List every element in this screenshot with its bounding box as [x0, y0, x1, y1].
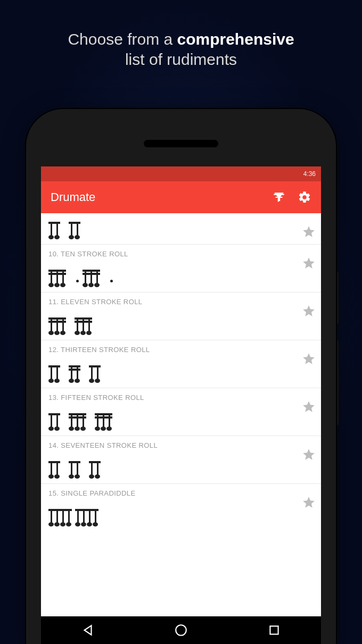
item-title: 14. SEVENTEEN STROKE ROLL	[48, 441, 314, 449]
item-title: 10. TEN STROKE ROLL	[48, 250, 314, 258]
filter-icon[interactable]	[272, 190, 286, 204]
rudiment-list[interactable]: 10. TEN STROKE ROLL 11. ELEVEN STROKE RO…	[41, 213, 321, 531]
notation-icon	[48, 214, 314, 237]
overview-button[interactable]	[267, 623, 281, 637]
star-icon[interactable]	[302, 496, 316, 509]
item-title: 12. THIRTEEN STROKE ROLL	[48, 346, 314, 354]
star-icon[interactable]	[302, 352, 316, 366]
list-item[interactable]: 13. FIFTEEN STROKE ROLL	[41, 388, 321, 436]
android-nav-bar	[41, 616, 321, 644]
star-icon[interactable]	[302, 448, 316, 462]
phone-speaker	[144, 140, 218, 147]
status-bar: 4:36	[41, 166, 321, 181]
notation-icon	[48, 358, 314, 380]
svg-rect-1	[270, 626, 278, 634]
gear-icon[interactable]	[298, 190, 311, 204]
list-item[interactable]: 12. THIRTEEN STROKE ROLL	[41, 340, 321, 388]
list-item[interactable]: 11. ELEVEN STROKE ROLL	[41, 292, 321, 340]
item-title: 13. FIFTEEN STROKE ROLL	[48, 394, 314, 402]
item-title: 15. SINGLE PARADIDDLE	[48, 489, 314, 497]
notation-icon	[48, 310, 314, 332]
notation-icon	[48, 262, 314, 285]
app-title: Drumate	[51, 190, 260, 204]
item-title: 11. ELEVEN STROKE ROLL	[48, 298, 314, 306]
promo-line2: list of rudiments	[125, 51, 237, 68]
notation-icon	[48, 454, 314, 476]
promo-text: Choose from a comprehensive list of rudi…	[0, 0, 362, 69]
home-button[interactable]	[174, 623, 188, 637]
list-item[interactable]: 15. SINGLE PARADIDDLE	[41, 484, 321, 531]
star-icon[interactable]	[302, 400, 316, 414]
star-icon[interactable]	[302, 256, 316, 270]
star-icon[interactable]	[302, 304, 316, 318]
status-time: 4:36	[303, 170, 316, 178]
list-item[interactable]: 10. TEN STROKE ROLL	[41, 245, 321, 292]
svg-point-0	[176, 625, 186, 635]
star-icon[interactable]	[302, 225, 316, 239]
notation-icon	[48, 501, 314, 524]
promo-line1-b: comprehensive	[177, 30, 294, 48]
app-bar: Drumate	[41, 181, 321, 213]
notation-icon	[48, 406, 314, 428]
phone-frame: 4:36 Drumate 10. TEN STROKE	[26, 109, 336, 644]
back-button[interactable]	[81, 623, 95, 637]
list-item[interactable]: 14. SEVENTEEN STROKE ROLL	[41, 436, 321, 484]
promo-line1-a: Choose from a	[68, 30, 177, 48]
screen: 4:36 Drumate 10. TEN STROKE	[41, 166, 321, 644]
list-item[interactable]	[41, 213, 321, 245]
